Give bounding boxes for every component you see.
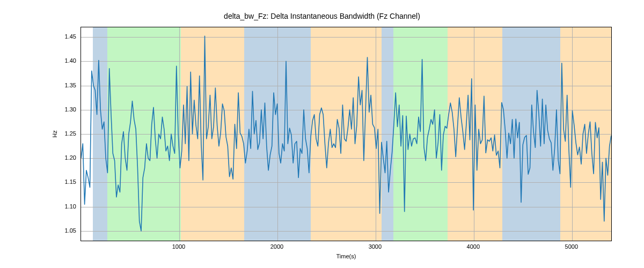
series-line xyxy=(81,36,611,231)
x-axis-label: Time(s) xyxy=(336,253,356,259)
ytick-label: 1.35 xyxy=(49,82,76,88)
ytick-label: 1.45 xyxy=(49,33,76,40)
xtick-label: 3000 xyxy=(369,243,382,250)
ytick-label: 1.25 xyxy=(49,130,76,137)
ytick-label: 1.20 xyxy=(49,154,76,161)
data-svg xyxy=(81,27,611,241)
ytick-label: 1.05 xyxy=(49,227,76,234)
ytick-label: 1.30 xyxy=(49,106,76,113)
plot-area xyxy=(80,27,612,241)
ytick-label: 1.40 xyxy=(49,57,76,64)
xtick-label: 2000 xyxy=(270,243,283,250)
chart-title: delta_bw_Fz: Delta Instantaneous Bandwid… xyxy=(0,12,644,20)
xtick-label: 4000 xyxy=(467,243,480,250)
xtick-label: 5000 xyxy=(565,243,578,250)
ytick-label: 1.10 xyxy=(49,203,76,210)
xtick-label: 1000 xyxy=(172,243,185,250)
chart-figure: delta_bw_Fz: Delta Instantaneous Bandwid… xyxy=(0,0,644,268)
ytick-label: 1.15 xyxy=(49,178,76,185)
